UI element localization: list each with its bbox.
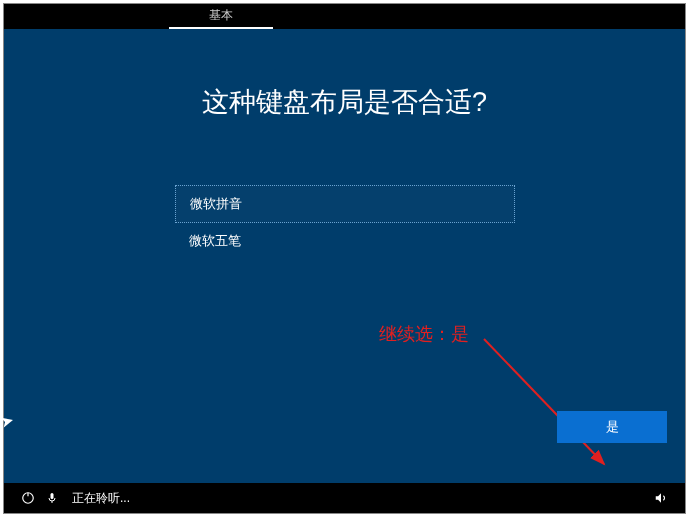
svg-line-0 bbox=[484, 339, 604, 464]
keyboard-options: 微软拼音 微软五笔 bbox=[175, 185, 515, 259]
option-microsoft-wubi[interactable]: 微软五笔 bbox=[175, 223, 515, 259]
power-icon[interactable] bbox=[16, 491, 40, 505]
microphone-icon[interactable] bbox=[40, 491, 64, 505]
svg-rect-2 bbox=[51, 493, 54, 499]
page-title: 这种键盘布局是否合适? bbox=[4, 29, 685, 120]
content-area: 这种键盘布局是否合适? 微软拼音 微软五笔 继续选：是 是 bbox=[4, 29, 685, 483]
yes-button[interactable]: 是 bbox=[557, 411, 667, 443]
annotation-arrow bbox=[464, 329, 624, 489]
volume-icon[interactable] bbox=[649, 491, 673, 505]
annotation-text: 继续选：是 bbox=[379, 322, 469, 346]
oobe-window: 基本 这种键盘布局是否合适? 微软拼音 微软五笔 继续选：是 是 bbox=[3, 3, 686, 514]
tab-basic[interactable]: 基本 bbox=[169, 4, 273, 29]
top-bar: 基本 bbox=[4, 4, 685, 29]
option-microsoft-pinyin[interactable]: 微软拼音 bbox=[175, 185, 515, 223]
listening-status: 正在聆听... bbox=[72, 490, 130, 507]
taskbar: 正在聆听... bbox=[4, 483, 685, 513]
